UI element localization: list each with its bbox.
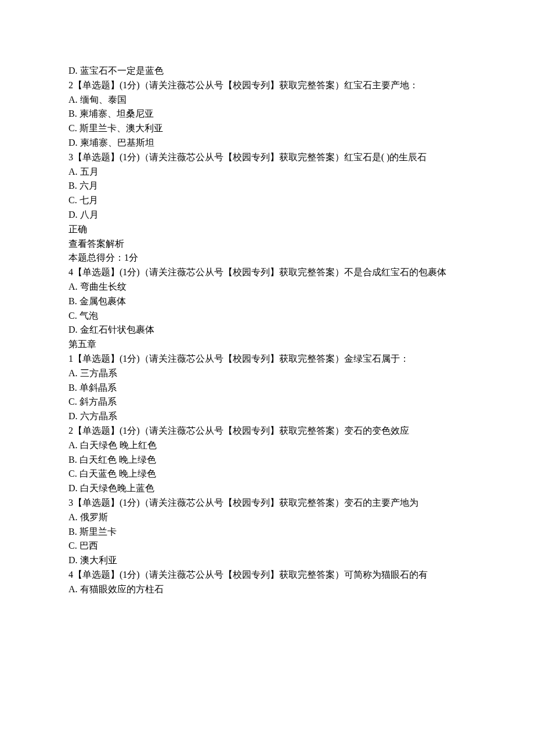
document-page: D. 蓝宝石不一定是蓝色 2【单选题】(1分)（请关注薇芯公从号【校园专列】获取… (0, 0, 534, 756)
option-text: D. 金红石针状包裹体 (68, 323, 466, 337)
option-text: C. 巴西 (68, 539, 466, 553)
question-text: 2【单选题】(1分)（请关注薇芯公从号【校园专列】获取完整答案）变石的变色效应 (68, 424, 466, 438)
option-text: D. 蓝宝石不一定是蓝色 (68, 64, 466, 78)
option-text: D. 白天绿色晚上蓝色 (68, 481, 466, 496)
view-answer-text: 查看答案解析 (68, 237, 466, 251)
option-text: D. 八月 (68, 208, 466, 222)
option-text: C. 七月 (68, 193, 466, 208)
option-text: C. 白天蓝色 晚上绿色 (68, 467, 466, 481)
score-text: 本题总得分：1分 (68, 251, 466, 265)
question-text: 3【单选题】(1分)（请关注薇芯公从号【校园专列】获取完整答案）红宝石是( )的… (68, 150, 466, 165)
status-text: 正确 (68, 222, 466, 237)
option-text: A. 三方晶系 (68, 366, 466, 381)
option-text: B. 六月 (68, 179, 466, 193)
option-text: A. 缅甸、泰国 (68, 93, 466, 107)
option-text: B. 单斜晶系 (68, 381, 466, 395)
question-text: 2【单选题】(1分)（请关注薇芯公从号【校园专列】获取完整答案）红宝石主要产地： (68, 78, 466, 93)
option-text: A. 有猫眼效应的方柱石 (68, 582, 466, 597)
option-text: A. 五月 (68, 165, 466, 179)
option-text: D. 澳大利亚 (68, 553, 466, 568)
question-text: 3【单选题】(1分)（请关注薇芯公从号【校园专列】获取完整答案）变石的主要产地为 (68, 496, 466, 510)
option-text: C. 斯里兰卡、澳大利亚 (68, 121, 466, 136)
option-text: B. 斯里兰卡 (68, 525, 466, 539)
chapter-heading: 第五章 (68, 337, 466, 352)
option-text: B. 金属包裹体 (68, 294, 466, 309)
option-text: D. 柬埔寨、巴基斯坦 (68, 136, 466, 150)
question-text: 4【单选题】(1分)（请关注薇芯公从号【校园专列】获取完整答案）可简称为猫眼石的… (68, 568, 466, 582)
option-text: C. 斜方晶系 (68, 395, 466, 409)
option-text: B. 柬埔寨、坦桑尼亚 (68, 107, 466, 121)
option-text: A. 俄罗斯 (68, 510, 466, 525)
option-text: B. 白天红色 晚上绿色 (68, 453, 466, 467)
question-text: 1【单选题】(1分)（请关注薇芯公从号【校园专列】获取完整答案）金绿宝石属于： (68, 352, 466, 366)
question-text: 4【单选题】(1分)（请关注薇芯公从号【校园专列】获取完整答案）不是合成红宝石的… (68, 265, 466, 280)
option-text: A. 弯曲生长纹 (68, 280, 466, 294)
option-text: C. 气泡 (68, 309, 466, 323)
option-text: D. 六方晶系 (68, 409, 466, 424)
option-text: A. 白天绿色 晚上红色 (68, 438, 466, 453)
